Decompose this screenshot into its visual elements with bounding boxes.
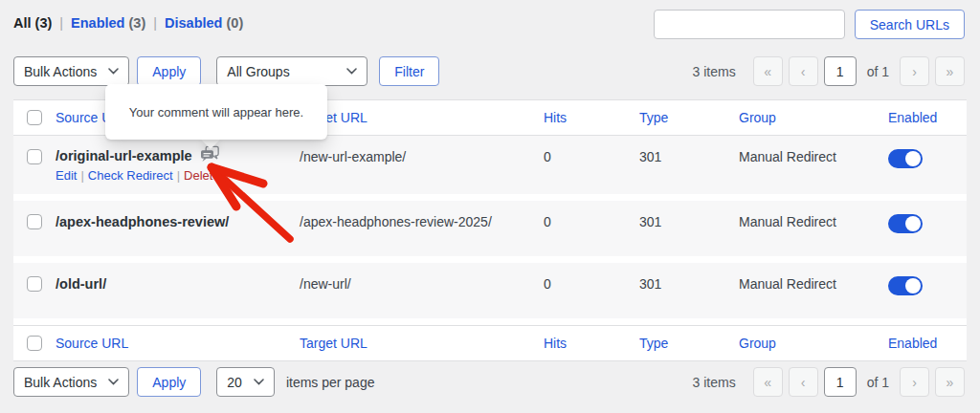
source-url[interactable]: /original-url-example: [56, 148, 192, 163]
apply-button[interactable]: Apply: [137, 56, 201, 86]
filter-all-link[interactable]: All (3): [13, 15, 52, 31]
per-page-label: items per page: [286, 375, 375, 390]
check-redirect-link[interactable]: Check Redirect: [88, 168, 173, 183]
column-footer-source[interactable]: Source URL: [56, 336, 300, 351]
separator: |: [177, 168, 180, 183]
type-value: 301: [639, 136, 739, 194]
bulk-actions-value: Bulk Actions: [24, 375, 97, 390]
target-url: /new-url-example/: [300, 136, 544, 194]
redirects-admin-screen: All (3)|Enabled (3)|Disabled (0) Search …: [0, 0, 980, 413]
bulk-actions-value: Bulk Actions: [24, 64, 97, 79]
first-page-button[interactable]: «: [753, 367, 783, 397]
chevron-down-icon: [346, 68, 357, 75]
current-page-input[interactable]: 1: [824, 367, 857, 397]
column-footer-target[interactable]: Target URL: [300, 336, 544, 351]
edit-link[interactable]: Edit: [56, 168, 77, 183]
next-page-button[interactable]: ›: [900, 367, 929, 397]
hits-value: 0: [544, 201, 639, 256]
select-all-checkbox[interactable]: [27, 110, 42, 125]
per-page-select[interactable]: 20: [216, 367, 275, 397]
group-value: Manual Redirect: [739, 136, 888, 194]
search-input[interactable]: [654, 10, 845, 39]
table-row: /old-url/ /new-url/ 0 301 Manual Redirec…: [13, 263, 967, 318]
total-pages-label: of 1: [867, 375, 889, 390]
column-footer-hits[interactable]: Hits: [544, 336, 639, 351]
apply-button-bottom[interactable]: Apply: [137, 367, 201, 397]
chevron-down-icon: [108, 68, 119, 75]
groups-value: All Groups: [227, 64, 289, 79]
toggle-knob: [905, 216, 921, 231]
target-url: /new-url/: [300, 263, 544, 318]
group-value: Manual Redirect: [739, 263, 888, 318]
next-page-button[interactable]: ›: [900, 56, 929, 86]
column-footer-enabled[interactable]: Enabled: [888, 336, 967, 351]
column-header-group[interactable]: Group: [739, 110, 888, 125]
status-filters: All (3)|Enabled (3)|Disabled (0): [13, 15, 243, 31]
comment-tooltip: Your comment will appear here.: [105, 84, 327, 140]
select-row-checkbox[interactable]: [27, 149, 42, 164]
separator: |: [153, 15, 157, 31]
column-header-type[interactable]: Type: [639, 110, 739, 125]
chevron-down-icon: [108, 379, 119, 385]
column-header-target[interactable]: Target URL: [300, 110, 544, 125]
prev-page-button[interactable]: ‹: [789, 367, 818, 397]
filter-enabled-link[interactable]: Enabled (3): [71, 15, 145, 31]
chevron-down-icon: [254, 379, 264, 385]
table-row: /apex-headphones-review/ /apex-headphone…: [13, 201, 967, 256]
filter-button[interactable]: Filter: [379, 56, 439, 86]
tooltip-text: Your comment will appear here.: [129, 105, 303, 120]
total-pages-label: of 1: [867, 64, 889, 79]
filter-all-label: All: [13, 15, 32, 31]
row-actions: Edit|Check Redirect|Delete: [56, 168, 300, 183]
filter-all-count: (3): [35, 15, 53, 31]
enabled-toggle[interactable]: [888, 276, 923, 295]
toggle-knob: [905, 278, 921, 293]
delete-link[interactable]: Delete: [184, 168, 220, 183]
source-url[interactable]: /old-url/: [56, 276, 106, 292]
column-header-hits[interactable]: Hits: [544, 110, 639, 125]
table-row: /original-url-example Edit|Check Redirec…: [13, 136, 967, 194]
current-page-input[interactable]: 1: [824, 56, 857, 86]
type-value: 301: [639, 201, 739, 256]
filter-disabled-label: Disabled: [165, 15, 222, 31]
enabled-toggle[interactable]: [888, 149, 923, 168]
last-page-button[interactable]: »: [935, 56, 965, 86]
search-box: Search URLs: [654, 10, 965, 39]
items-count: 3 items: [693, 64, 736, 79]
column-footer-type[interactable]: Type: [639, 336, 739, 351]
hits-value: 0: [544, 136, 639, 194]
hits-value: 0: [544, 263, 639, 318]
items-count: 3 items: [693, 375, 736, 390]
separator: |: [80, 168, 83, 183]
groups-select[interactable]: All Groups: [216, 56, 368, 86]
type-value: 301: [639, 263, 739, 318]
prev-page-button[interactable]: ‹: [789, 56, 818, 86]
target-url: /apex-headphones-review-2025/: [300, 201, 544, 256]
enabled-toggle[interactable]: [888, 214, 923, 233]
last-page-button[interactable]: »: [935, 367, 965, 397]
search-urls-button[interactable]: Search URLs: [855, 10, 965, 39]
group-value: Manual Redirect: [739, 201, 888, 256]
separator: |: [59, 15, 63, 31]
per-page-value: 20: [227, 375, 242, 390]
toggle-knob: [905, 151, 921, 166]
filter-disabled-count: (0): [227, 15, 244, 31]
table-nav-top: Bulk Actions Apply All Groups Filter 3 i…: [13, 56, 965, 86]
select-all-checkbox[interactable]: [27, 336, 42, 351]
table-footer-row: Source URL Target URL Hits Type Group En…: [13, 325, 967, 361]
pagination-top: 3 items « ‹ 1 of 1 › »: [693, 56, 965, 86]
table-nav-bottom: Bulk Actions Apply 20 items per page 3 i…: [13, 367, 965, 397]
filter-enabled-label: Enabled: [71, 15, 124, 31]
filter-enabled-count: (3): [129, 15, 146, 31]
bulk-actions-select[interactable]: Bulk Actions: [13, 56, 129, 86]
column-header-enabled[interactable]: Enabled: [888, 110, 967, 125]
filter-disabled-link[interactable]: Disabled (0): [165, 15, 243, 31]
first-page-button[interactable]: «: [753, 56, 783, 86]
source-url[interactable]: /apex-headphones-review/: [56, 214, 229, 229]
column-footer-group[interactable]: Group: [739, 336, 888, 351]
select-row-checkbox[interactable]: [27, 276, 42, 292]
bulk-actions-select-bottom[interactable]: Bulk Actions: [13, 367, 129, 397]
pagination-bottom: 3 items « ‹ 1 of 1 › »: [693, 367, 965, 397]
select-row-checkbox[interactable]: [27, 214, 42, 229]
